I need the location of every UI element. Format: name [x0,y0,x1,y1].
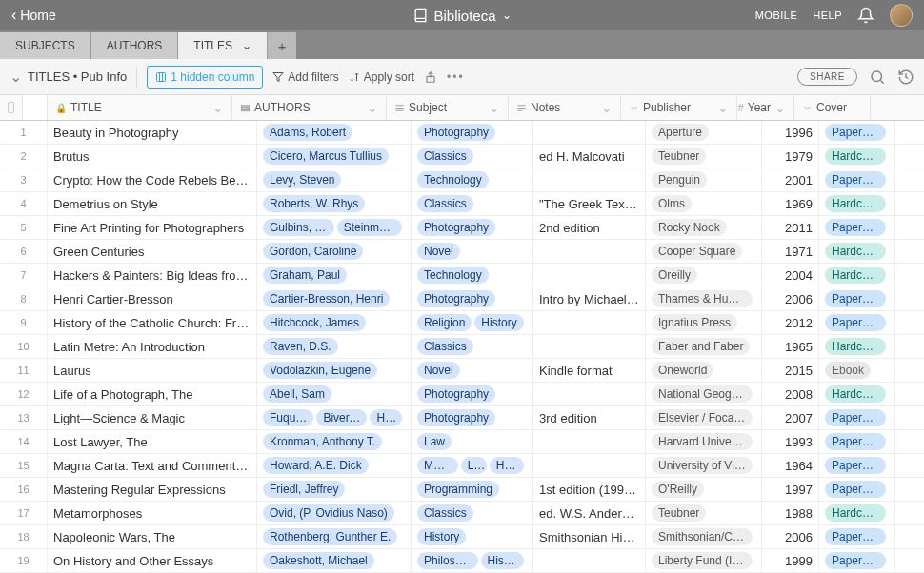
cell-authors[interactable]: Hitchcock, James [257,311,412,334]
cell-authors[interactable]: Cicero, Marcus Tullius [257,145,412,168]
cell-title[interactable]: Mastering Regular Expressions [48,478,257,501]
cell-title[interactable]: Laurus [48,359,257,382]
cell-year[interactable]: 1969 [762,192,819,215]
column-header-year[interactable]: # Year ⌄ [737,95,794,120]
cell-cover[interactable]: Paperback [819,216,895,239]
cell-publisher[interactable]: Smithsonian/Collins [646,525,762,548]
mobile-link[interactable]: MOBILE [755,10,798,21]
cell-publisher[interactable]: Liberty Fund (India… [646,549,762,572]
table-row[interactable]: 13Light—Science & MagicFuqua, PaulBiver,… [0,406,924,430]
cell-subject[interactable]: Photography [412,216,533,239]
cell-year[interactable]: 1999 [762,549,819,572]
cell-subject[interactable]: Photography [412,406,533,429]
cell-year[interactable]: 2004 [762,264,819,286]
cell-authors[interactable]: Vodolazkin, Eugene [257,359,412,382]
add-filters-button[interactable]: Add filters [272,70,338,84]
cell-publisher[interactable]: Cooper Square [646,240,762,263]
cell-publisher[interactable]: Teubner [646,145,762,168]
cell-subject[interactable]: History [412,525,533,548]
cell-notes[interactable] [533,121,646,144]
cell-publisher[interactable]: Harvard University … [646,430,762,453]
cell-cover[interactable]: Paperback [819,406,895,429]
cell-cover[interactable]: Paperback [819,121,895,144]
cell-cover[interactable]: Paperback [819,168,895,191]
home-link[interactable]: ‹ Home [11,8,56,23]
cell-authors[interactable]: Fuqua, PaulBiver, SteveHunte [257,406,412,429]
search-icon[interactable] [869,69,886,86]
cell-cover[interactable]: Paperback [819,287,895,310]
cell-notes[interactable]: Smithsonian History … [533,525,646,548]
cell-cover[interactable]: Hardcover [819,264,895,286]
column-header-authors[interactable]: AUTHORS ⌄ [232,95,387,120]
cell-notes[interactable]: Intro by Michael… [533,287,646,310]
column-header-cover[interactable]: Cover [794,95,871,120]
cell-cover[interactable]: Hardcover [819,145,895,168]
cell-notes[interactable] [533,454,646,477]
cell-notes[interactable]: ed. W.S. Anderson [533,502,646,524]
cell-subject[interactable]: Technology [412,264,533,286]
table-row[interactable]: 19On History and Other EssaysOakeshott, … [0,549,924,573]
cell-publisher[interactable]: Penguin [646,168,762,191]
cell-authors[interactable]: Howard, A.E. Dick [257,454,412,477]
cell-publisher[interactable]: National Geograph… [646,383,762,405]
cell-subject[interactable]: MedievalLawHistory [412,454,533,477]
cell-notes[interactable]: Kindle format [533,359,646,382]
table-row[interactable]: 6Green CenturiesGordon, CarolineNovelCoo… [0,240,924,264]
cell-authors[interactable]: Friedl, Jeffrey [257,478,412,501]
cell-authors[interactable]: Levy, Steven [257,168,412,191]
view-menu[interactable]: ⌄ TITLES • Pub Info [10,68,127,86]
table-row[interactable]: 1Beauty in PhotographyAdams, RobertPhoto… [0,121,924,145]
share-export-button[interactable] [424,70,437,84]
cell-authors[interactable]: Roberts, W. Rhys [257,192,412,215]
cell-title[interactable]: Life of a Photograph, The [48,383,257,405]
table-row[interactable]: 10Latin Metre: An IntroductionRaven, D.S… [0,335,924,359]
notifications-icon[interactable] [857,7,874,24]
cell-publisher[interactable]: Teubner [646,502,762,524]
chevron-down-icon[interactable]: ⌄ [601,100,613,115]
base-title-menu[interactable]: Biblioteca ⌄ [412,8,511,24]
cell-authors[interactable]: Gordon, Caroline [257,240,412,263]
cell-notes[interactable]: 1st edition (1998: 7th… [533,478,646,501]
cell-publisher[interactable]: Oreilly [646,264,762,286]
cell-notes[interactable] [533,383,646,405]
cell-authors[interactable]: Rothenberg, Gunther E. [257,525,412,548]
cell-authors[interactable]: Graham, Paul [257,264,412,286]
apply-sort-button[interactable]: Apply sort [349,70,414,84]
table-row[interactable]: 2BrutusCicero, Marcus TulliusClassicsed … [0,145,924,168]
history-icon[interactable] [897,69,914,86]
cell-cover[interactable]: Hardcover [819,192,895,215]
cell-notes[interactable]: ed H. Malcovati [533,145,646,168]
tab-titles[interactable]: TITLES⌄ [178,32,268,59]
cell-notes[interactable]: 2nd edition [533,216,646,239]
cell-subject[interactable]: Classics [412,502,533,524]
cell-title[interactable]: Hackers & Painters: Big Ideas from the C… [48,264,257,286]
column-header-notes[interactable]: Notes ⌄ [509,95,621,120]
cell-year[interactable]: 2006 [762,525,819,548]
cell-year[interactable]: 2012 [762,311,819,334]
cell-notes[interactable] [533,264,646,286]
cell-year[interactable]: 1965 [762,335,819,358]
cell-authors[interactable]: Raven, D.S. [257,335,412,358]
cell-publisher[interactable]: Aperture [646,121,762,144]
cell-cover[interactable]: Ebook [819,359,895,382]
cell-authors[interactable]: Abell, Sam [257,383,412,405]
cell-title[interactable]: History of the Catholic Church: From the… [48,311,257,334]
cell-year[interactable]: 1997 [762,478,819,501]
chevron-down-icon[interactable]: ⌄ [212,100,224,115]
cell-publisher[interactable]: Thames & Hudson [646,287,762,310]
tab-subjects[interactable]: SUBJECTS [0,32,91,59]
cell-year[interactable]: 2011 [762,216,819,239]
table-row[interactable]: 17MetamorphosesOvid, (P. Ovidius Naso)Cl… [0,502,924,525]
hidden-columns-button[interactable]: 1 hidden column [147,66,263,89]
cell-title[interactable]: Magna Carta: Text and Commentary [48,454,257,477]
column-header-subject[interactable]: Subject ⌄ [387,95,509,120]
cell-cover[interactable]: Paperback [819,311,895,334]
cell-cover[interactable]: Paperback [819,454,895,477]
chevron-down-icon[interactable]: ⌄ [367,100,378,115]
cell-authors[interactable]: Oakeshott, Michael [257,549,412,572]
cell-title[interactable]: Latin Metre: An Introduction [48,335,257,358]
cell-title[interactable]: Henri Cartier-Bresson [48,287,257,310]
cell-subject[interactable]: Novel [412,359,533,382]
cell-subject[interactable]: Classics [412,335,533,358]
cell-publisher[interactable]: Ignatius Press [646,311,762,334]
